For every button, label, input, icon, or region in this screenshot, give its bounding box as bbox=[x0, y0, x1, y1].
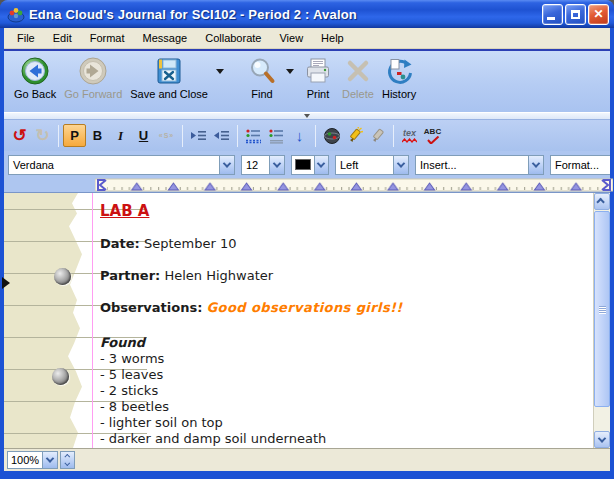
font-color-swatch bbox=[295, 159, 311, 170]
highlight-pen-icon bbox=[346, 127, 364, 145]
partner-value: Helen Highwater bbox=[164, 268, 273, 283]
go-back-button[interactable]: Go Back bbox=[10, 54, 60, 101]
partner-label: Partner: bbox=[100, 268, 160, 283]
partner-row: Partner: Helen Highwater bbox=[100, 268, 573, 284]
menu-bar: File Edit Format Message Collaborate Vie… bbox=[4, 28, 610, 49]
separator bbox=[393, 125, 394, 147]
font-color-dropdown[interactable] bbox=[314, 156, 328, 174]
decrease-indent-button[interactable] bbox=[210, 124, 233, 147]
scroll-up-button[interactable] bbox=[594, 193, 610, 210]
go-back-label: Go Back bbox=[14, 88, 56, 100]
font-name-combo[interactable]: Verdana bbox=[8, 155, 235, 175]
redo-icon: ↻ bbox=[35, 127, 49, 144]
menu-message[interactable]: Message bbox=[134, 30, 197, 46]
topic-list-icon bbox=[245, 128, 262, 144]
menu-view[interactable]: View bbox=[270, 30, 312, 46]
scrollbar-track[interactable] bbox=[594, 210, 610, 431]
chevron-down-icon bbox=[46, 454, 54, 462]
spin-up-button[interactable] bbox=[61, 452, 74, 460]
italic-button[interactable]: I bbox=[109, 124, 132, 147]
topic-list-button[interactable] bbox=[242, 124, 265, 147]
close-button[interactable]: ✕ bbox=[588, 4, 609, 25]
observations-comment: Good observations girls!! bbox=[207, 300, 403, 315]
chevron-down-icon bbox=[64, 460, 70, 466]
journal-page[interactable]: LAB A Date: September 10 Partner: Helen … bbox=[4, 193, 593, 448]
menu-edit[interactable]: Edit bbox=[44, 30, 81, 46]
menu-format[interactable]: Format bbox=[81, 30, 134, 46]
down-arrow-icon: ↓ bbox=[296, 128, 304, 143]
underline-button[interactable]: U bbox=[132, 124, 155, 147]
separator bbox=[237, 125, 238, 147]
find-icon bbox=[246, 55, 278, 87]
alignment-combo[interactable]: Left bbox=[335, 155, 409, 175]
thumb-grip bbox=[599, 312, 606, 313]
bold-button[interactable]: B bbox=[86, 124, 109, 147]
styles-button: «S» bbox=[155, 124, 178, 147]
minimize-button[interactable] bbox=[542, 4, 563, 25]
format-combo[interactable]: Format... bbox=[550, 155, 610, 175]
menu-help[interactable]: Help bbox=[312, 30, 353, 46]
toolbar-splitter[interactable] bbox=[4, 112, 610, 120]
paragraph-style-button[interactable]: P bbox=[63, 124, 86, 147]
go-forward-label: Go Forward bbox=[64, 88, 122, 100]
app-icon bbox=[7, 5, 25, 23]
chevron-down-icon bbox=[397, 159, 405, 167]
zoom-dropdown[interactable] bbox=[42, 452, 57, 468]
alignment-value: Left bbox=[336, 159, 393, 171]
print-icon bbox=[302, 55, 334, 87]
alignment-dropdown[interactable] bbox=[393, 156, 408, 174]
insert-link-button[interactable] bbox=[320, 124, 343, 147]
undo-icon: ↺ bbox=[12, 127, 26, 144]
vertical-scrollbar[interactable] bbox=[593, 193, 610, 448]
font-name-dropdown[interactable] bbox=[219, 156, 234, 174]
document-text[interactable]: LAB A Date: September 10 Partner: Helen … bbox=[100, 193, 573, 447]
status-bar: 100% bbox=[4, 448, 610, 471]
chevron-up-icon bbox=[596, 197, 604, 205]
find-dropdown[interactable] bbox=[282, 54, 298, 88]
spell-check-button[interactable]: ABC bbox=[421, 124, 444, 147]
zoom-spinner[interactable] bbox=[60, 451, 75, 469]
entry-list-button[interactable] bbox=[265, 124, 288, 147]
font-size-dropdown[interactable] bbox=[269, 156, 284, 174]
undo-button[interactable]: ↺ bbox=[8, 124, 31, 147]
title-bar[interactable]: Edna Cloud's Journal for SCI102 - Period… bbox=[0, 0, 614, 28]
insert-dropdown[interactable] bbox=[528, 156, 543, 174]
chevron-up-icon bbox=[64, 454, 70, 460]
print-label: Print bbox=[307, 88, 330, 100]
found-heading: Found bbox=[100, 335, 573, 351]
delete-button: Delete bbox=[338, 54, 378, 101]
highlight-pen-button[interactable] bbox=[343, 124, 366, 147]
history-button[interactable]: History bbox=[378, 54, 420, 101]
punch-hole bbox=[54, 268, 71, 285]
ruler[interactable] bbox=[95, 178, 613, 192]
print-button[interactable]: Print bbox=[298, 54, 338, 101]
zoom-combo[interactable]: 100% bbox=[7, 451, 58, 469]
thumb-grip bbox=[599, 306, 606, 307]
spin-down-button[interactable] bbox=[61, 460, 74, 468]
save-and-close-dropdown[interactable] bbox=[212, 54, 228, 88]
find-button[interactable]: Find bbox=[242, 54, 282, 101]
move-down-button[interactable]: ↓ bbox=[288, 124, 311, 147]
font-color-combo[interactable] bbox=[291, 155, 329, 175]
editor-area: LAB A Date: September 10 Partner: Helen … bbox=[4, 192, 610, 448]
insert-combo[interactable]: Insert... bbox=[415, 155, 544, 175]
menu-file[interactable]: File bbox=[8, 30, 44, 46]
font-size-combo[interactable]: 12 bbox=[241, 155, 285, 175]
spell-check-icon: ABC bbox=[424, 128, 441, 144]
chevron-down-icon bbox=[532, 159, 540, 167]
menu-collaborate[interactable]: Collaborate bbox=[196, 30, 270, 46]
save-and-close-label: Save and Close bbox=[130, 88, 208, 100]
check-spelling-as-you-type-button[interactable]: tex bbox=[398, 124, 421, 147]
maximize-button[interactable] bbox=[565, 4, 586, 25]
increase-indent-button[interactable] bbox=[187, 124, 210, 147]
separator bbox=[182, 125, 183, 147]
punch-hole bbox=[52, 368, 69, 385]
go-forward-button: Go Forward bbox=[60, 54, 126, 101]
chevron-down-icon bbox=[223, 159, 231, 167]
scroll-down-button[interactable] bbox=[594, 431, 610, 448]
thumb-grip bbox=[599, 308, 606, 309]
scrollbar-thumb[interactable] bbox=[594, 211, 610, 407]
current-line-marker-icon bbox=[2, 277, 10, 289]
save-and-close-button[interactable]: Save and Close bbox=[126, 54, 212, 101]
redo-button: ↻ bbox=[31, 124, 54, 147]
